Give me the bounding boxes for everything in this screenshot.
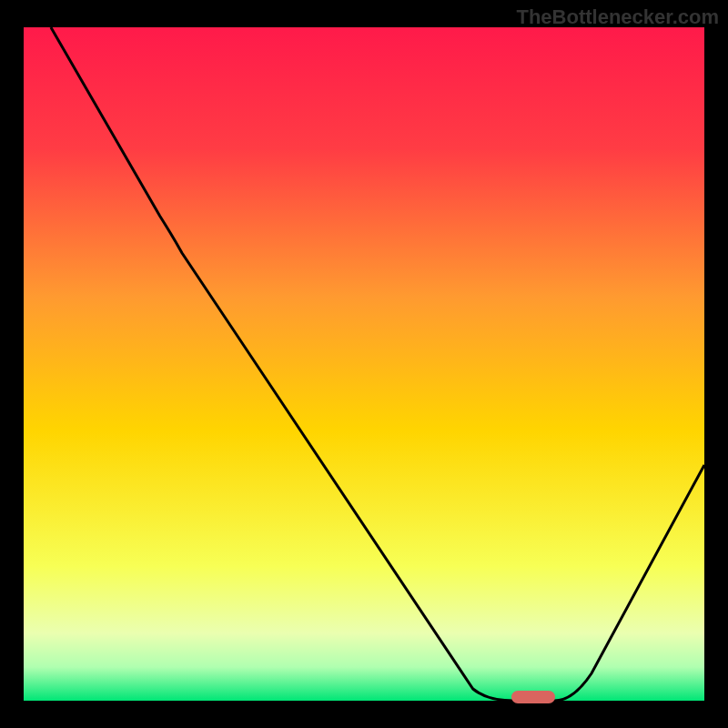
plot-background xyxy=(24,27,704,701)
optimal-marker xyxy=(511,691,555,703)
bottleneck-chart xyxy=(0,0,728,728)
watermark: TheBottlenecker.com xyxy=(516,5,719,29)
chart-container xyxy=(0,0,728,728)
